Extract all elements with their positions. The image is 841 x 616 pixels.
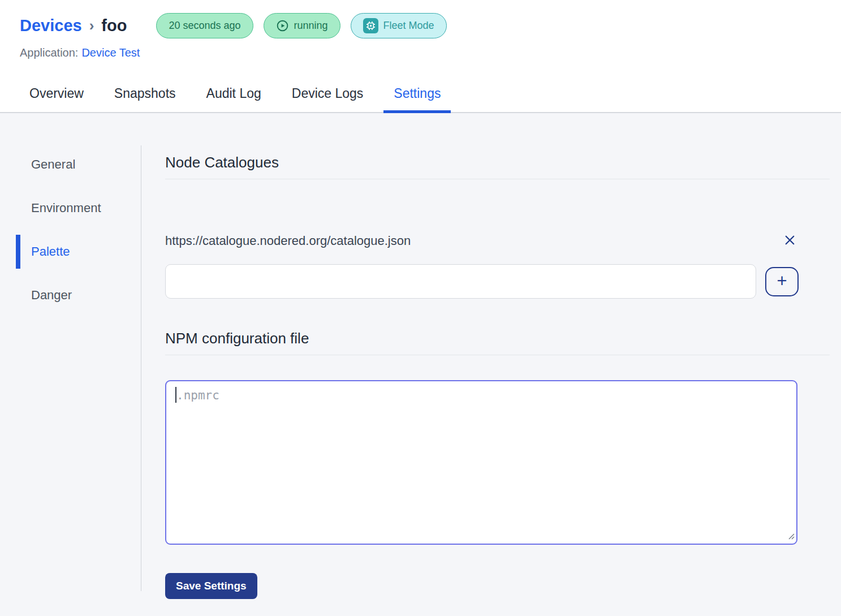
sidebar-item-label: Danger [31, 288, 72, 302]
breadcrumb-devices-link[interactable]: Devices [20, 16, 82, 35]
sidebar-item-danger[interactable]: Danger [0, 288, 141, 303]
breadcrumb-separator-icon: › [89, 17, 94, 35]
application-label: Application: [20, 46, 78, 59]
last-seen-badge: 20 seconds ago [156, 13, 253, 38]
sidebar-item-environment[interactable]: Environment [0, 201, 141, 216]
add-catalogue-button[interactable]: + [765, 267, 799, 296]
npm-config-field-wrap [165, 380, 797, 545]
tab-audit-log[interactable]: Audit Log [196, 86, 271, 113]
application-link[interactable]: Device Test [81, 46, 140, 59]
play-circle-icon [276, 19, 289, 32]
cpu-chip-icon [363, 18, 378, 33]
npm-config-title: NPM configuration file [165, 330, 830, 355]
device-tabs: Overview Snapshots Audit Log Device Logs… [0, 86, 841, 113]
application-row: Application:Device Test [0, 38, 841, 59]
save-settings-button[interactable]: Save Settings [165, 573, 257, 599]
sidebar-item-label: Palette [31, 244, 70, 259]
new-catalogue-url-input[interactable] [165, 264, 756, 299]
settings-content: General Environment Palette Danger Node … [0, 113, 841, 608]
breadcrumb: Devices › foo 20 seconds ago running [0, 0, 841, 38]
last-seen-badge-label: 20 seconds ago [169, 20, 240, 32]
tab-overview[interactable]: Overview [19, 86, 94, 113]
settings-sidebar: General Environment Palette Danger [0, 145, 141, 591]
device-badges: 20 seconds ago running [156, 13, 446, 38]
status-badge-label: running [294, 20, 328, 32]
tab-snapshots[interactable]: Snapshots [104, 86, 186, 113]
breadcrumb-device-name: foo [101, 16, 127, 35]
catalogue-input-row: + [165, 264, 830, 299]
sidebar-item-general[interactable]: General [0, 157, 141, 172]
sidebar-item-palette[interactable]: Palette [0, 244, 141, 259]
active-item-indicator [16, 235, 20, 269]
tab-device-logs[interactable]: Device Logs [282, 86, 374, 113]
catalogue-entry-row: https://catalogue.nodered.org/catalogue.… [165, 232, 830, 249]
remove-catalogue-button[interactable] [782, 232, 797, 249]
node-catalogues-title: Node Catalogues [165, 154, 830, 179]
fleet-mode-badge: Fleet Mode [351, 13, 447, 38]
palette-settings-panel: Node Catalogues https://catalogue.nodere… [141, 113, 841, 608]
tab-settings[interactable]: Settings [383, 86, 451, 113]
x-icon [782, 232, 797, 249]
sidebar-item-label: General [31, 157, 75, 171]
status-badge: running [264, 13, 340, 38]
plus-icon: + [777, 272, 787, 290]
sidebar-item-label: Environment [31, 201, 101, 215]
text-cursor [175, 387, 176, 403]
npm-config-textarea[interactable] [165, 380, 797, 545]
fleet-mode-badge-label: Fleet Mode [383, 20, 434, 32]
catalogue-url: https://catalogue.nodered.org/catalogue.… [165, 234, 411, 248]
page-header: Devices › foo 20 seconds ago running [0, 0, 841, 113]
